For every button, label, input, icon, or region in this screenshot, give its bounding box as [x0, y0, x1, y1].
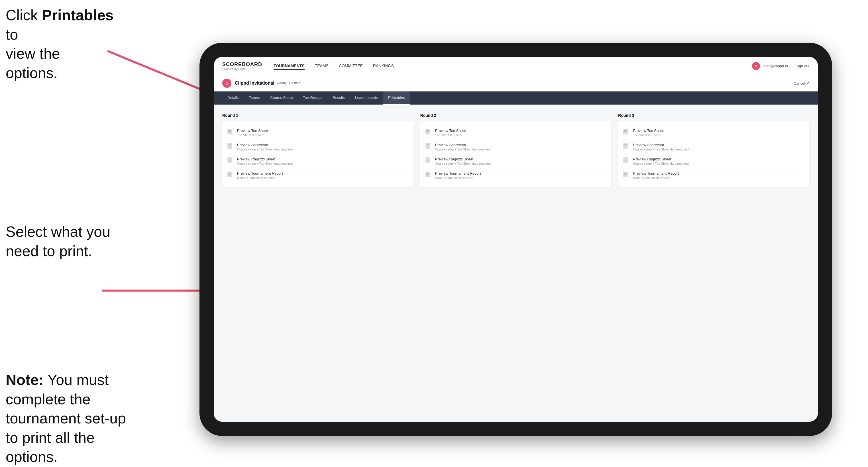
cancel-button[interactable]: Cancel ✕ — [794, 81, 809, 86]
r3-raguzzi-title: Preview Raguzzi Sheet — [633, 157, 688, 161]
r2-tournament-report-subtitle: Round Completion required — [435, 176, 481, 180]
r2-raguzzi-subtitle: Course setup + Tee Sheet data required — [435, 162, 491, 165]
nav-teams[interactable]: TEAMS — [315, 62, 329, 70]
tab-tee-groups[interactable]: Tee Groups — [298, 91, 328, 104]
tournament-header: C Clippd Invitational (Men) Hosting Canc… — [214, 75, 818, 91]
r1-tee-sheet-icon — [227, 128, 234, 136]
tablet-screen: SCOREBOARD Powered by clippd TOURNAMENTS… — [214, 57, 818, 422]
svg-rect-5 — [228, 130, 231, 131]
svg-rect-15 — [228, 174, 230, 175]
r1-tournament-report-text: Preview Tournament Report Round Completi… — [237, 171, 283, 180]
tab-course-setup[interactable]: Course Setup — [265, 91, 298, 104]
r1-tournament-report-icon — [227, 171, 234, 179]
r3-tee-sheet-subtitle: Tee Sheet required — [633, 133, 664, 137]
r1-tee-sheet-text: Preview Tee Sheet Tee Sheet required — [237, 128, 268, 137]
r3-scorecard-icon — [623, 143, 629, 151]
round-3-title: Round 3 — [618, 113, 809, 118]
logo-sub: Powered by clippd — [222, 67, 262, 71]
svg-rect-9 — [228, 146, 230, 146]
r3-scorecard-subtitle: Course setup + Tee Sheet data required — [633, 148, 688, 151]
tab-results[interactable]: Results — [328, 91, 350, 104]
nav-tournaments[interactable]: TOURNAMENTS — [274, 62, 305, 70]
r3-tournament-report-title: Preview Tournament Report — [633, 171, 679, 176]
r2-scorecard-icon — [425, 143, 432, 151]
r3-tournament-report-icon — [623, 171, 629, 179]
tournament-name: Clippd Invitational — [235, 81, 274, 86]
r2-raguzzi-text: Preview Raguzzi Sheet Course setup + Tee… — [435, 157, 491, 165]
r3-scorecard-text: Preview Scorecard Course setup + Tee She… — [633, 143, 688, 151]
r2-tee-sheet-text: Preview Tee Sheet Tee Sheet required — [435, 128, 466, 137]
instruction-bottom: Note: You must complete the tournament s… — [6, 370, 128, 467]
r3-tournament-report-subtitle: Round Completion required — [633, 176, 679, 180]
r2-raguzzi-title: Preview Raguzzi Sheet — [435, 157, 491, 161]
r2-tee-sheet-icon — [425, 128, 432, 136]
r1-raguzzi-title: Preview Raguzzi Sheet — [237, 157, 293, 161]
svg-rect-29 — [624, 130, 627, 131]
r1-tournament-report-title: Preview Tournament Report — [237, 171, 283, 176]
round-2-card: Preview Tee Sheet Tee Sheet required — [420, 121, 612, 187]
svg-rect-11 — [228, 159, 231, 159]
r2-tee-sheet[interactable]: Preview Tee Sheet Tee Sheet required — [425, 126, 607, 140]
r3-tee-sheet-title: Preview Tee Sheet — [633, 128, 664, 133]
r1-scorecard-subtitle: Course setup + Tee Sheet data required — [237, 148, 293, 151]
svg-rect-18 — [426, 131, 429, 132]
r3-scorecard-title: Preview Scorecard — [633, 143, 688, 147]
rounds-grid: Round 1 Preview Tee Sheet Tee Sheet requ… — [222, 113, 809, 187]
sub-nav: Details Teams Course Setup Tee Groups Re… — [214, 91, 818, 104]
r1-tournament-report[interactable]: Preview Tournament Report Round Completi… — [227, 168, 409, 182]
r3-tee-sheet[interactable]: Preview Tee Sheet Tee Sheet required — [623, 126, 805, 140]
svg-rect-17 — [426, 130, 429, 131]
tab-details[interactable]: Details — [222, 91, 244, 104]
round-2-section: Round 2 Preview Tee Sheet Tee Sheet requ… — [420, 113, 612, 187]
r2-tournament-report-text: Preview Tournament Report Round Completi… — [435, 171, 481, 180]
r1-scorecard-text: Preview Scorecard Course setup + Tee She… — [237, 143, 293, 151]
r1-scorecard-title: Preview Scorecard — [237, 143, 293, 147]
r3-scorecard[interactable]: Preview Scorecard Course setup + Tee She… — [623, 140, 805, 154]
r1-tee-sheet[interactable]: Preview Tee Sheet Tee Sheet required — [227, 126, 409, 140]
svg-rect-30 — [624, 131, 626, 132]
r2-tournament-report[interactable]: Preview Tournament Report Round Completi… — [425, 168, 607, 182]
instruction-bottom-bold: Note: — [6, 372, 43, 388]
svg-rect-21 — [426, 146, 429, 146]
scoreboard-logo: SCOREBOARD Powered by clippd — [222, 62, 262, 71]
svg-rect-27 — [426, 174, 429, 175]
round-3-card: Preview Tee Sheet Tee Sheet required — [618, 121, 809, 187]
svg-rect-23 — [426, 159, 429, 159]
r2-tournament-report-icon — [425, 171, 432, 179]
tab-teams[interactable]: Teams — [244, 91, 265, 104]
r2-raguzzi-icon — [425, 157, 432, 165]
tab-leaderboards[interactable]: Leaderboards — [350, 91, 383, 104]
r2-scorecard[interactable]: Preview Scorecard Course setup + Tee She… — [425, 140, 607, 154]
r1-scorecard[interactable]: Preview Scorecard Course setup + Tee She… — [227, 140, 409, 154]
user-email: blair@clippd.io — [764, 64, 788, 68]
r2-scorecard-text: Preview Scorecard Course setup + Tee She… — [435, 143, 491, 151]
r2-tee-sheet-title: Preview Tee Sheet — [435, 128, 466, 133]
tournament-logo-icon: C — [222, 79, 231, 88]
r3-raguzzi-subtitle: Course setup + Tee Sheet data required — [633, 162, 688, 165]
instruction-bold: Printables — [42, 7, 114, 23]
tournament-status: Hosting — [289, 81, 301, 85]
r3-raguzzi[interactable]: Preview Raguzzi Sheet Course setup + Tee… — [623, 154, 805, 168]
round-1-card: Preview Tee Sheet Tee Sheet required — [222, 121, 413, 187]
r1-raguzzi-icon — [227, 157, 234, 165]
r2-tournament-report-title: Preview Tournament Report — [435, 171, 481, 176]
top-nav-right: B blair@clippd.io | Sign out — [752, 62, 809, 70]
svg-rect-20 — [426, 145, 429, 145]
r3-raguzzi-text: Preview Raguzzi Sheet Course setup + Tee… — [633, 157, 688, 165]
round-1-section: Round 1 Preview Tee Sheet Tee Sheet requ… — [222, 113, 413, 187]
r2-raguzzi[interactable]: Preview Raguzzi Sheet Course setup + Tee… — [425, 154, 607, 168]
svg-rect-6 — [228, 131, 230, 132]
r3-tournament-report[interactable]: Preview Tournament Report Round Completi… — [623, 168, 805, 182]
r3-tee-sheet-text: Preview Tee Sheet Tee Sheet required — [633, 128, 664, 137]
tab-printables[interactable]: Printables — [383, 91, 410, 104]
round-3-section: Round 3 Preview Tee Sheet Tee Sheet requ… — [618, 113, 809, 187]
user-avatar: B — [752, 62, 760, 70]
sign-out-link[interactable]: Sign out — [796, 64, 809, 68]
svg-rect-12 — [228, 160, 230, 160]
nav-committee[interactable]: COMMITTEE — [339, 62, 363, 70]
nav-rankings[interactable]: RANKINGS — [373, 62, 394, 70]
r1-raguzzi-subtitle: Course setup + Tee Sheet data required — [237, 162, 293, 165]
r1-raguzzi[interactable]: Preview Raguzzi Sheet Course setup + Tee… — [227, 154, 409, 168]
svg-rect-24 — [426, 160, 429, 160]
r3-tournament-report-text: Preview Tournament Report Round Completi… — [633, 171, 679, 180]
